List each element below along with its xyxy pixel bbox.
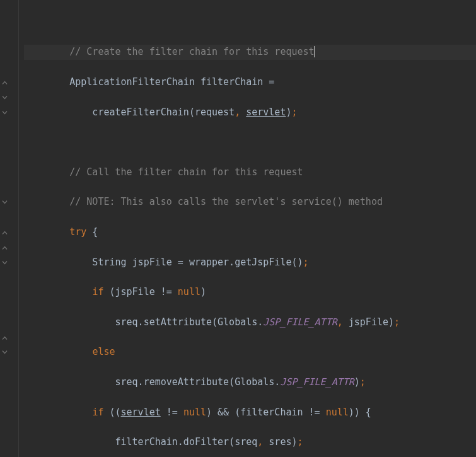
comment: // Create the filter chain for this requ… <box>69 46 314 57</box>
static-field: JSP_FILE_ATTR <box>280 376 354 388</box>
comment: // NOTE: This also calls the servlet's s… <box>69 196 383 207</box>
code-area[interactable]: // Create the filter chain for this requ… <box>19 0 476 457</box>
fold-collapse-icon[interactable] <box>1 244 8 251</box>
gutter <box>0 0 19 457</box>
keyword-try: try <box>69 226 86 238</box>
code-editor[interactable]: // Create the filter chain for this requ… <box>0 0 476 457</box>
fold-collapse-icon[interactable] <box>1 334 8 341</box>
fold-expand-icon[interactable] <box>1 259 8 266</box>
fold-expand-icon[interactable] <box>1 109 8 116</box>
fold-expand-icon[interactable] <box>1 199 8 206</box>
fold-collapse-icon[interactable] <box>1 229 8 236</box>
static-field: JSP_FILE_ATTR <box>263 316 337 328</box>
keyword-if: if <box>92 286 103 298</box>
fold-expand-icon[interactable] <box>1 94 8 101</box>
current-line: // Create the filter chain for this requ… <box>24 45 476 60</box>
comment: // Call the filter chain for this reques… <box>69 166 303 178</box>
fold-expand-icon[interactable] <box>1 349 8 356</box>
keyword-if: if <box>92 407 103 418</box>
fold-collapse-icon[interactable] <box>1 79 8 86</box>
keyword-else: else <box>92 346 115 357</box>
text-caret <box>314 46 315 57</box>
